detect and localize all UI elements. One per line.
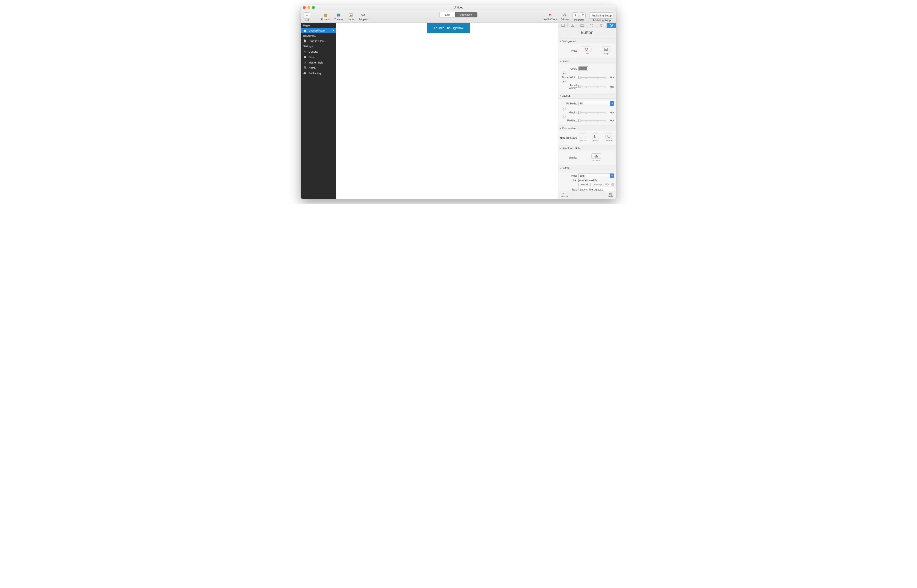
section-background[interactable]: Background [558,38,616,44]
border-color-well[interactable] [578,66,588,71]
inspector-tab-2[interactable] [568,23,577,27]
projects-icon: ▦ [323,12,328,18]
inspector-tab-6[interactable] [607,23,616,27]
svg-rect-10 [561,24,562,27]
brush-icon [303,61,307,64]
settings-header: Settings [301,44,336,49]
window-title: Untitled [454,6,463,9]
svg-point-19 [611,25,612,26]
console-icon: >_ [562,192,565,195]
schema-enable-toggle[interactable] [591,153,601,159]
bg-type-image[interactable] [601,47,611,52]
image-icon [604,48,608,51]
svg-point-40 [611,194,612,195]
section-layout[interactable]: Layout [558,93,616,99]
button-text-field[interactable]: Launch The Lightbox [578,187,614,191]
themes-button[interactable]: Themes [334,12,343,21]
sidebar-notes[interactable]: Notes [301,65,336,71]
margin-slider[interactable] [578,111,606,114]
sidebar-general[interactable]: ✲ General [301,49,336,55]
chevron-updown-icon: ⇅ [610,101,614,106]
pages-header: Pages [301,23,336,28]
inspector-tab-1[interactable] [558,23,568,27]
border-width-slider[interactable] [578,76,606,79]
canvas[interactable]: Launch The Lightbox [336,23,558,199]
cloud-icon [303,72,307,74]
hide-mobile-toggle[interactable] [580,134,586,139]
target-icon [600,24,603,27]
page-label: Untitled Page [309,29,325,32]
svg-rect-31 [596,155,597,156]
tablet-icon [595,135,597,138]
notes-icon [303,66,307,69]
layout-left-icon [561,24,564,27]
section-button[interactable]: Button [558,165,616,171]
clear-link-button[interactable]: ✕ [611,183,614,186]
tag-icon [590,24,594,27]
round-corners-slider[interactable] [578,86,606,88]
svg-point-39 [609,193,610,194]
section-responsive[interactable]: Responsive [558,125,616,131]
section-border[interactable]: Border [558,58,616,64]
media-button[interactable]: Media [347,12,354,21]
file-icon [303,39,307,42]
health-check-button[interactable]: ♥ Health Check [543,12,557,21]
media-icon [348,12,353,18]
hide-tablet-toggle[interactable] [592,134,599,139]
window-close-button[interactable] [303,6,306,9]
svg-rect-32 [595,157,596,157]
inspector-tab-3[interactable] [577,23,587,27]
button-type-select[interactable]: Link ⇅ [578,173,614,178]
window-minimize-button[interactable] [307,6,310,9]
addons-button[interactable]: ⁂ Addons [561,12,569,21]
plus-icon: ＋ [305,13,308,18]
shield-icon [303,56,307,59]
sidebar-page-untitled[interactable]: Untitled Page [301,28,336,33]
inspector-tab-4[interactable] [587,23,597,27]
layout-top-icon [580,24,584,27]
fill-mode-select[interactable]: Fill ⇅ [578,101,614,106]
publishing-setup-button[interactable]: Publishing Setup Publishing Setup [589,12,614,22]
projects-button[interactable]: ▦ Projects [321,12,330,21]
sidebar-publishing[interactable]: Publishing [301,71,336,76]
svg-point-15 [591,24,591,25]
svg-rect-34 [597,157,598,157]
section-structured-data[interactable]: Structured Data [558,145,616,151]
snippets-button[interactable]: <> Snippets [358,12,368,21]
inspector-title: Button [558,27,616,38]
home-icon [303,29,307,32]
inspector-panel: Button Background Type: [558,23,616,199]
mode-segmented-control[interactable]: Edit Preview [439,12,478,18]
help-icon: ? [580,12,586,18]
margin-expand[interactable]: + [562,107,566,110]
svg-point-26 [583,137,583,138]
svg-point-38 [611,192,611,193]
sidebar-master-style[interactable]: Master Style [301,60,336,65]
chevron-updown-icon: ⇅ [610,174,614,178]
titlebar: Untitled [301,5,616,10]
window-zoom-button[interactable] [312,6,315,9]
inspector-tab-5[interactable] [597,23,607,27]
border-width-expand[interactable]: + [562,71,566,75]
bg-type-color[interactable] [582,47,591,52]
edit-mode-tab[interactable]: Edit [439,12,455,17]
inspector-toggle[interactable]: i ? Inspector [572,12,586,21]
svg-rect-30 [608,137,610,138]
sidebar-code[interactable]: Code [301,55,336,60]
launch-lightbox-button[interactable]: Launch The Lightbox [427,23,470,33]
desktop-icon [607,135,611,138]
hide-desktop-toggle[interactable] [606,134,612,139]
padding-expand[interactable]: + [562,115,566,118]
add-button[interactable]: ＋ Add [303,12,310,22]
resources-header: Resources [301,33,336,38]
prefs-button[interactable]: Prefs [604,192,616,197]
console-button[interactable]: >_ Console [558,192,570,198]
sidebar-drag-in-files[interactable]: Drag in Files... [301,38,336,44]
set-link-button[interactable]: Set Link [578,183,591,186]
preview-mode-tab[interactable]: Preview [455,12,477,17]
padding-slider[interactable] [578,120,606,122]
round-corners-expand[interactable]: + [562,79,566,83]
color-wheel-icon [585,47,588,51]
app-window: Untitled ＋ Add ▦ Projects Themes [301,5,616,199]
gear-icon: ✲ [303,50,307,53]
